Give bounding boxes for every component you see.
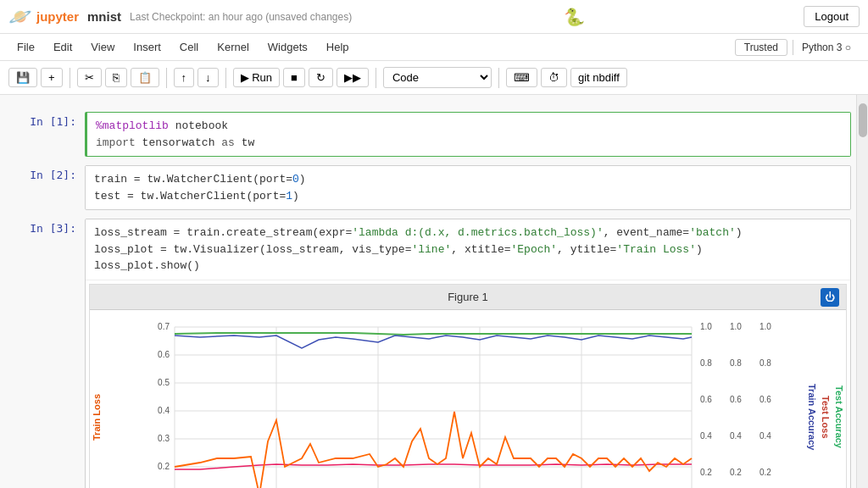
cell-1-content[interactable]: %matplotlib notebook import tensorwatch … — [85, 112, 851, 157]
move-down-button[interactable]: ↓ — [198, 68, 219, 87]
cell-2-code: train = tw.WatcherClient(port=0) test = … — [86, 166, 850, 209]
toolbar: 💾 + ✂ ⎘ 📋 ↑ ↓ ▶ Run ■ ↻ ▶▶ Code Markdown… — [0, 61, 868, 95]
menu-help[interactable]: Help — [318, 38, 358, 56]
figure-power-button[interactable]: ⏻ — [821, 288, 839, 307]
menu-edit[interactable]: Edit — [45, 38, 81, 56]
chart-area: Train Loss — [90, 310, 846, 489]
svg-text:0.8: 0.8 — [760, 358, 771, 368]
notebook: In [1]: %matplotlib notebook import tens… — [0, 95, 868, 488]
run-button[interactable]: ▶ Run — [233, 68, 280, 87]
y-axis-test-accuracy-label: Test Accuracy — [832, 319, 846, 489]
cell-2-content[interactable]: train = tw.WatcherClient(port=0) test = … — [85, 165, 851, 210]
app-name: jupyter — [36, 9, 79, 24]
y-axis-train-accuracy-label: Train Accuracy — [805, 319, 819, 489]
svg-text:0.4: 0.4 — [700, 431, 712, 441]
move-up-button[interactable]: ↑ — [174, 68, 195, 87]
menu-cell[interactable]: Cell — [171, 38, 207, 56]
copy-button[interactable]: ⎘ — [105, 68, 127, 87]
notebook-name: mnist — [87, 9, 121, 24]
svg-text:0.6: 0.6 — [760, 395, 771, 404]
svg-text:0.6: 0.6 — [730, 395, 742, 404]
logout-button[interactable]: Logout — [804, 6, 860, 27]
notebook-wrapper: In [1]: %matplotlib notebook import tens… — [0, 95, 868, 488]
cell-1-prompt: In [1]: — [17, 112, 85, 128]
toolbar-separator-4 — [376, 68, 376, 88]
svg-text:0.7: 0.7 — [158, 322, 170, 331]
add-cell-button[interactable]: + — [41, 68, 63, 87]
topbar: 🪐 jupyter mnist Last Checkpoint: an hour… — [0, 0, 868, 34]
toolbar-separator-1 — [70, 68, 70, 88]
clock-button[interactable]: ⏱ — [541, 68, 567, 87]
jupyter-logo: 🪐 jupyter — [8, 6, 79, 28]
svg-text:0.5: 0.5 — [158, 378, 170, 387]
chart-svg-wrapper: 0.7 0.6 0.5 0.4 0.3 0.2 0.1 0.5 1.0 1. — [103, 319, 805, 489]
cell-type-select[interactable]: Code Markdown Raw NBConvert Heading — [383, 67, 492, 88]
kernel-info: Python 3 ○ — [793, 40, 860, 55]
figure-titlebar: Figure 1 ⏻ — [90, 285, 846, 310]
menu-file[interactable]: File — [8, 38, 43, 56]
nbdiff-button[interactable]: git nbdiff — [570, 68, 627, 87]
svg-text:0.8: 0.8 — [730, 358, 742, 368]
cell-3-wrapper: In [3]: loss_stream = train.create_strea… — [0, 219, 868, 488]
menubar: File Edit View Insert Cell Kernel Widget… — [0, 34, 868, 61]
notebook-scrollbar[interactable] — [856, 95, 868, 488]
cut-button[interactable]: ✂ — [77, 68, 102, 87]
menu-insert[interactable]: Insert — [125, 38, 170, 56]
checkpoint-info: Last Checkpoint: an hour ago (unsaved ch… — [130, 11, 352, 23]
svg-text:0.6: 0.6 — [700, 395, 712, 404]
svg-text:0.2: 0.2 — [730, 468, 742, 477]
svg-text:0.4: 0.4 — [730, 431, 742, 441]
jupyter-icon: 🪐 — [8, 6, 31, 28]
scroll-thumb[interactable] — [859, 103, 867, 137]
save-button[interactable]: 💾 — [8, 68, 37, 87]
chart-svg: 0.7 0.6 0.5 0.4 0.3 0.2 0.1 0.5 1.0 1. — [103, 319, 805, 489]
toolbar-separator-5 — [498, 68, 499, 88]
cell-3-code: loss_stream = train.create_stream(expr='… — [86, 219, 850, 280]
cell-2-prompt: In [2]: — [17, 165, 85, 181]
cell-3-output: Figure 1 ⏻ Train Loss — [86, 280, 850, 489]
menu-kernel[interactable]: Kernel — [209, 38, 258, 56]
y-axis-test-loss-label: Test Loss — [819, 319, 832, 489]
stop-button[interactable]: ■ — [283, 68, 305, 87]
paste-button[interactable]: 📋 — [131, 68, 159, 87]
svg-text:0.4: 0.4 — [760, 431, 771, 441]
svg-text:0.6: 0.6 — [158, 350, 170, 359]
svg-text:0.2: 0.2 — [700, 468, 712, 477]
restart-button[interactable]: ↻ — [309, 68, 333, 87]
toolbar-separator-3 — [225, 68, 226, 88]
figure-title: Figure 1 — [448, 291, 488, 303]
fast-forward-button[interactable]: ▶▶ — [337, 68, 369, 87]
cell-1-code: %matplotlib notebook import tensorwatch … — [87, 113, 850, 156]
svg-text:0.3: 0.3 — [158, 434, 170, 443]
figure-container: Figure 1 ⏻ Train Loss — [89, 284, 847, 489]
menu-widgets[interactable]: Widgets — [259, 38, 316, 56]
toolbar-separator-2 — [166, 68, 167, 88]
svg-text:0.2: 0.2 — [158, 462, 170, 471]
cell-1-wrapper: In [1]: %matplotlib notebook import tens… — [0, 112, 868, 157]
keyboard-button[interactable]: ⌨ — [506, 68, 537, 87]
python-icon: 🐍 — [564, 7, 585, 27]
svg-text:0.2: 0.2 — [760, 468, 771, 477]
cell-3-content[interactable]: loss_stream = train.create_stream(expr='… — [85, 219, 851, 488]
cell-3-prompt: In [3]: — [17, 219, 85, 235]
cell-2-wrapper: In [2]: train = tw.WatcherClient(port=0)… — [0, 165, 868, 210]
svg-text:0.4: 0.4 — [158, 406, 170, 415]
menu-view[interactable]: View — [82, 38, 123, 56]
svg-text:0.8: 0.8 — [700, 358, 712, 368]
y-axis-train-loss-label: Train Loss — [90, 319, 103, 489]
trusted-badge: Trusted — [735, 39, 787, 56]
svg-text:1.0: 1.0 — [760, 322, 771, 331]
svg-text:1.0: 1.0 — [700, 322, 712, 331]
svg-text:1.0: 1.0 — [730, 322, 742, 331]
